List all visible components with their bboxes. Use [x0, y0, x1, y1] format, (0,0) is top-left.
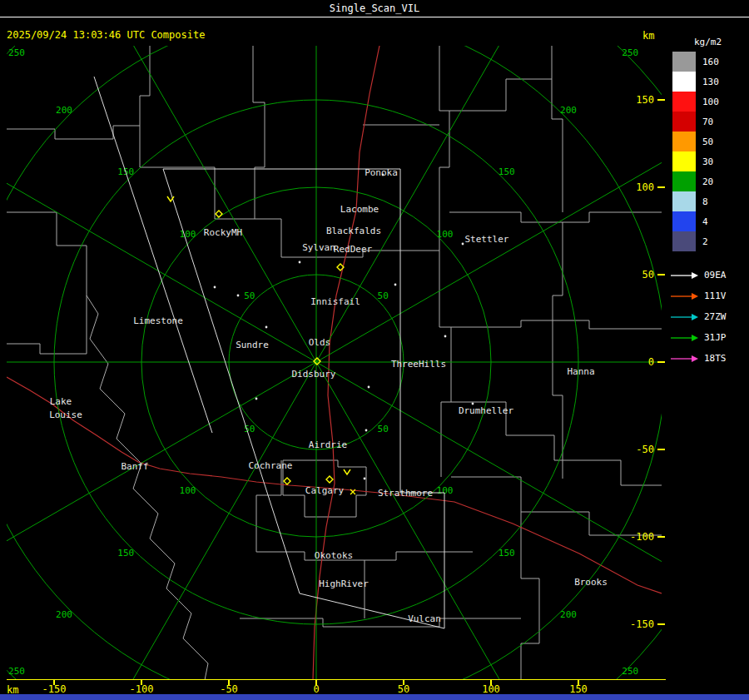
town-dot — [472, 403, 474, 405]
colorbar-value: 160 — [702, 57, 719, 67]
colorbar-unit-label: kg/m2 — [694, 37, 722, 47]
county-boundary — [7, 212, 87, 295]
colorbar-value: 30 — [702, 156, 713, 167]
colorbar-entry: 8 — [672, 191, 747, 211]
site-id-label: 27ZW — [704, 311, 727, 322]
x-axis-line — [7, 679, 666, 680]
colorbar-swatch — [672, 211, 696, 231]
colorbar-swatch — [672, 171, 696, 191]
town-dot — [214, 286, 216, 289]
city-label: Cochrane — [249, 460, 293, 471]
city-label: Banff — [121, 461, 148, 472]
range-label: 250 — [622, 666, 638, 677]
county-boundary — [451, 320, 662, 329]
city-label: Louise — [49, 410, 82, 420]
city-label: Strathmore — [378, 488, 433, 499]
city-label: Okotoks — [315, 550, 353, 561]
colorbar-entry: 4 — [672, 211, 747, 231]
range-label: 50 — [244, 290, 255, 301]
colorbar-value: 50 — [702, 137, 713, 147]
city-label: Stettler — [465, 234, 509, 245]
site-id-label: 09EA — [704, 270, 727, 280]
town-dot — [462, 243, 464, 246]
y-tick-mark — [657, 449, 665, 450]
colorbar-swatch — [672, 191, 696, 211]
colorbar-swatch — [672, 231, 696, 251]
colorbar: 16013010070503020842 — [672, 52, 747, 251]
x-tick-label: 50 — [385, 684, 422, 694]
site-id-label: 111V — [704, 290, 727, 301]
colorbar-entry: 20 — [672, 171, 747, 191]
city-label: Olds — [309, 337, 331, 348]
county-boundary — [256, 460, 281, 552]
y-tick-mark — [657, 361, 665, 363]
county-boundary — [552, 46, 563, 212]
range-label: 200 — [56, 609, 72, 620]
radar-display[interactable]: 5010015020025050100150200250501001502002… — [7, 46, 662, 680]
county-boundary — [449, 79, 552, 111]
range-label: 150 — [117, 548, 134, 559]
city-label: Didsbury — [292, 369, 336, 380]
range-label: 100 — [437, 229, 454, 240]
site-id-label: 18TS — [704, 353, 727, 364]
county-boundary — [7, 46, 150, 139]
range-label: 200 — [560, 105, 577, 116]
range-label: 50 — [378, 424, 389, 434]
colorbar-swatch — [672, 112, 696, 132]
city-label: Sundre — [236, 340, 269, 350]
y-tick-label: 0 — [624, 357, 654, 367]
x-tick-label: 150 — [560, 684, 597, 694]
site-legend-row: 09EA — [671, 265, 747, 285]
y-tick-label: 150 — [624, 95, 654, 105]
colorbar-swatch — [672, 151, 696, 171]
colorbar-value: 4 — [702, 216, 708, 227]
city-label: Innisfail — [310, 296, 360, 307]
colorbar-entry: 50 — [672, 132, 747, 151]
y-tick-label: 100 — [624, 182, 654, 192]
colorbar-entry: 30 — [672, 151, 747, 171]
colorbar-swatch — [672, 92, 696, 112]
y-tick-mark — [657, 274, 665, 276]
y-tick-mark — [657, 536, 665, 538]
range-label: 250 — [8, 47, 25, 58]
site-id-label: 31JP — [704, 332, 727, 343]
colorbar-entry: 130 — [672, 72, 747, 92]
city-label: Limestone — [133, 315, 183, 326]
y-tick-label: -50 — [624, 444, 654, 454]
city-label: Calgary — [305, 485, 345, 496]
county-boundary — [140, 126, 255, 219]
city-label: HighRiver — [319, 578, 369, 589]
town-dot — [364, 478, 366, 480]
city-label: Lacombe — [340, 204, 379, 215]
city-label: ThreeHills — [391, 359, 446, 370]
range-label: 150 — [499, 548, 515, 559]
radar-app-window: Single_Scan_VIL 2025/09/24 13:03:46 UTC … — [0, 0, 749, 700]
site-legend-row: 111V — [671, 285, 747, 306]
site-legend: 09EA111V27ZW31JP18TS — [671, 265, 747, 369]
city-label: Brooks — [574, 577, 608, 588]
city-label: Hanna — [567, 366, 594, 377]
colorbar-entry: 70 — [672, 112, 747, 132]
range-label: 100 — [180, 229, 196, 240]
county-boundary — [439, 46, 449, 251]
radar-site-diamond-icon — [326, 476, 333, 483]
colorbar-entry: 100 — [672, 92, 747, 112]
colorbar-swatch — [672, 52, 696, 72]
county-boundary — [449, 212, 662, 222]
town-dot — [237, 295, 240, 297]
x-tick-label: -150 — [36, 684, 72, 694]
town-dot — [265, 326, 268, 329]
radar-map: 5010015020025050100150200250501001502002… — [7, 46, 662, 680]
range-label: 250 — [622, 47, 638, 58]
colorbar-swatch — [672, 132, 696, 151]
colorbar-value: 130 — [702, 77, 719, 87]
site-arrow-icon — [671, 313, 699, 321]
town-dot — [394, 284, 397, 286]
colorbar-value: 100 — [702, 97, 719, 107]
site-arrow-icon — [671, 334, 699, 342]
site-legend-row: 27ZW — [671, 306, 747, 327]
y-axis-unit-label: km — [642, 30, 654, 42]
x-tick-label: -100 — [123, 684, 160, 694]
city-label: Lake — [50, 396, 72, 407]
site-legend-row: 18TS — [671, 348, 747, 369]
